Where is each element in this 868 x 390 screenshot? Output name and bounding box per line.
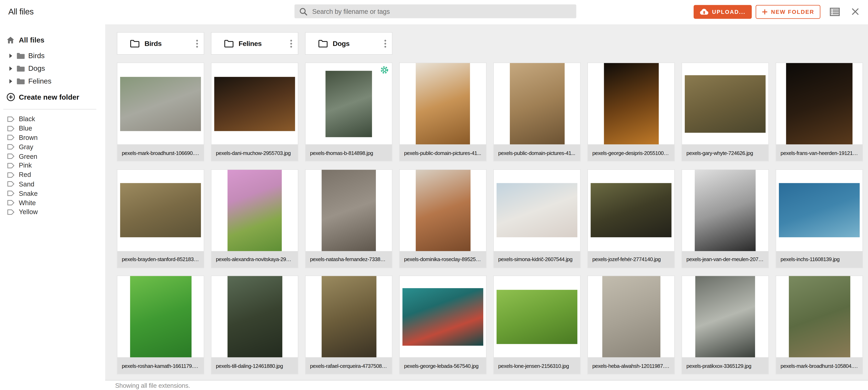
new-folder-button[interactable]: NEW FOLDER xyxy=(755,5,820,19)
list-view-button[interactable] xyxy=(829,6,841,17)
file-card[interactable]: pexels-mark-broadhurst-106690.jpg xyxy=(117,62,204,161)
sidebar-item-all-files[interactable]: All files xyxy=(0,34,105,46)
sidebar-folder-birds[interactable]: Birds xyxy=(0,49,105,62)
file-card[interactable]: pexels-alexandra-novitskaya-2951... xyxy=(211,169,298,268)
close-icon xyxy=(851,8,859,15)
thumbnail-area xyxy=(776,63,862,144)
sidebar-tag-gray[interactable]: Gray xyxy=(0,142,105,152)
file-footer: pexels-george-desipris-2055100.jpg xyxy=(588,144,674,161)
caret-right-icon[interactable] xyxy=(9,66,12,71)
file-card[interactable]: pexels-mark-broadhurst-105804.jpg xyxy=(776,275,863,375)
thumbnail-area xyxy=(306,63,392,144)
file-card[interactable]: pexels-heba-alwahsh-12011987.jpg xyxy=(587,275,675,375)
folder-card-name: Dogs xyxy=(333,39,379,47)
kebab-menu-icon[interactable] xyxy=(290,39,292,48)
file-footer: pexels-natasha-fernandez-733835... xyxy=(306,251,392,268)
file-card[interactable]: pexels-frans-van-heerden-191217... xyxy=(776,62,863,161)
app-window: All files UPLOAD... NEW FOLDER xyxy=(0,0,868,390)
file-card[interactable]: pexels-public-domain-pictures-41... xyxy=(399,62,487,161)
sidebar-tag-brown[interactable]: Brown xyxy=(0,133,105,142)
file-name: pexels-dani-muchow-2955703.jpg xyxy=(216,150,293,156)
file-card[interactable]: pexels-roshan-kamath-1661179.jpg xyxy=(117,275,204,375)
file-card[interactable]: pexels-inchs-11608139.jpg xyxy=(776,169,863,268)
search-box[interactable] xyxy=(294,4,576,18)
file-card[interactable]: pexels-thomas-b-814898.jpg xyxy=(305,62,393,161)
file-thumbnail xyxy=(602,276,660,357)
header-actions: UPLOAD... NEW FOLDER xyxy=(694,4,860,19)
kebab-menu-icon[interactable] xyxy=(196,39,198,48)
file-name: pexels-simona-kidrič-2607544.jpg xyxy=(498,256,576,262)
sidebar-tag-snake[interactable]: Snake xyxy=(0,189,105,198)
file-thumbnail xyxy=(130,276,191,357)
upload-button[interactable]: UPLOAD... xyxy=(694,5,752,19)
file-card[interactable]: pexels-rafael-cerqueira-4737508.jpg xyxy=(305,275,393,375)
sidebar-tag-yellow[interactable]: Yellow xyxy=(0,207,105,217)
file-footer: pexels-alexandra-novitskaya-2951... xyxy=(212,251,298,268)
create-new-folder-button[interactable]: Create new folder xyxy=(0,91,105,103)
close-button[interactable] xyxy=(850,7,860,17)
folder-outline-icon xyxy=(130,39,140,47)
sidebar-tag-blue[interactable]: Blue xyxy=(0,124,105,133)
file-name: pexels-jozef-fehér-2774140.jpg xyxy=(592,256,670,262)
sidebar-tag-green[interactable]: Green xyxy=(0,152,105,161)
file-card[interactable]: pexels-jean-van-der-meulen-2078... xyxy=(681,169,769,268)
file-card[interactable]: pexels-jozef-fehér-2774140.jpg xyxy=(587,169,675,268)
file-thumbnail xyxy=(509,63,564,144)
search-input[interactable] xyxy=(311,7,571,16)
sidebar: All files Birds Dogs Felines Create new … xyxy=(0,24,105,390)
thumbnail-area xyxy=(117,170,204,251)
sidebar-tag-pink[interactable]: Pink xyxy=(0,161,105,170)
file-footer: pexels-jean-van-der-meulen-2078... xyxy=(682,251,768,268)
sidebar-tag-white[interactable]: White xyxy=(0,198,105,207)
file-footer: pexels-public-domain-pictures-41... xyxy=(494,144,580,161)
folder-icon xyxy=(17,52,25,59)
folder-outline-icon xyxy=(224,39,234,47)
file-name: pexels-rafael-cerqueira-4737508.jpg xyxy=(310,362,388,369)
file-card[interactable]: pexels-dominika-roseclay-895259.... xyxy=(399,169,487,268)
thumbnail-area xyxy=(494,170,580,251)
folder-card-dogs[interactable]: Dogs xyxy=(305,32,393,55)
file-card[interactable]: pexels-george-desipris-2055100.jpg xyxy=(587,62,675,161)
folder-icon xyxy=(17,78,25,85)
folder-outline-icon xyxy=(318,39,328,47)
caret-right-icon[interactable] xyxy=(9,53,12,58)
folder-card-birds[interactable]: Birds xyxy=(117,32,204,55)
file-name: pexels-heba-alwahsh-12011987.jpg xyxy=(592,362,670,369)
file-card[interactable]: pexels-lone-jensen-2156310.jpg xyxy=(493,275,581,375)
file-thumbnail xyxy=(497,290,578,344)
file-footer: pexels-brayden-stanford-8521834.... xyxy=(117,251,204,268)
thumbnail-area xyxy=(682,63,768,144)
file-card[interactable]: pexels-natasha-fernandez-733835... xyxy=(305,169,393,268)
sidebar-folder-dogs[interactable]: Dogs xyxy=(0,62,105,75)
sidebar-tag-black[interactable]: Black xyxy=(0,115,105,124)
tag-icon xyxy=(7,135,14,141)
file-card[interactable]: pexels-gary-whyte-724626.jpg xyxy=(681,62,769,161)
plus-icon xyxy=(762,8,768,14)
file-thumbnail xyxy=(497,183,578,237)
folder-card-felines[interactable]: Felines xyxy=(211,32,298,55)
tag-list: Black Blue Brown Gray Green Pink Red San… xyxy=(0,115,105,217)
file-card[interactable]: pexels-public-domain-pictures-41... xyxy=(493,62,581,161)
caret-right-icon[interactable] xyxy=(9,79,12,84)
file-footer: pexels-gary-whyte-724626.jpg xyxy=(682,144,768,161)
file-thumbnail xyxy=(326,71,372,137)
file-card[interactable]: pexels-george-lebada-567540.jpg xyxy=(399,275,487,375)
files-grid: pexels-mark-broadhurst-106690.jpg pexels… xyxy=(117,62,868,375)
page-title: All files xyxy=(8,7,34,16)
sidebar-tag-red[interactable]: Red xyxy=(0,170,105,180)
tag-icon xyxy=(7,172,14,178)
search-icon xyxy=(300,7,307,15)
file-card[interactable]: pexels-brayden-stanford-8521834.... xyxy=(117,169,204,268)
sidebar-folder-felines[interactable]: Felines xyxy=(0,75,105,88)
tag-label: White xyxy=(19,199,36,206)
file-footer: pexels-mark-broadhurst-106690.jpg xyxy=(117,144,204,161)
sidebar-tag-sand[interactable]: Sand xyxy=(0,180,105,189)
file-card[interactable]: pexels-pratikxox-3365129.jpg xyxy=(681,275,769,375)
file-card[interactable]: pexels-simona-kidrič-2607544.jpg xyxy=(493,169,581,268)
file-card[interactable]: pexels-dani-muchow-2955703.jpg xyxy=(211,62,298,161)
tag-label: Black xyxy=(19,115,35,123)
kebab-menu-icon[interactable] xyxy=(384,39,386,48)
file-card[interactable]: pexels-till-daling-12461880.jpg xyxy=(211,275,298,375)
file-thumbnail xyxy=(227,170,282,251)
folder-card-name: Felines xyxy=(239,39,285,47)
